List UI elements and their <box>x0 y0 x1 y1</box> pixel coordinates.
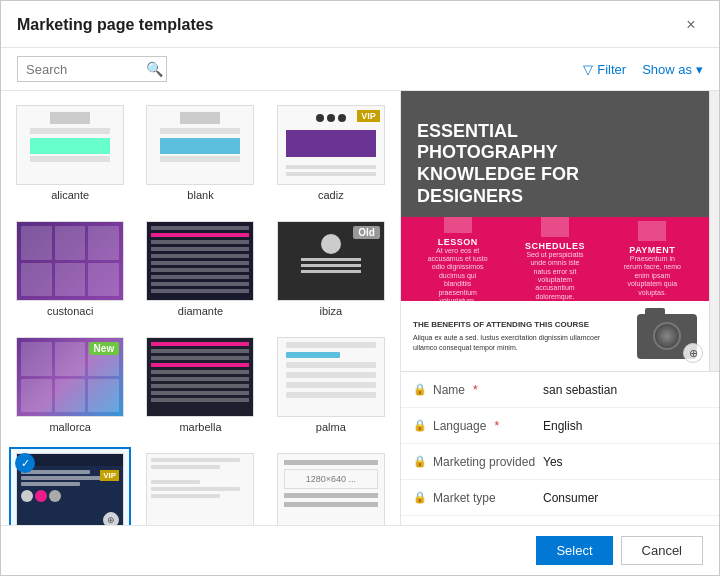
detail-label-language: 🔒 Language * <box>413 419 543 433</box>
template-item-blank[interactable]: blank <box>139 99 261 207</box>
required-star: * <box>473 383 478 397</box>
ibiza-avatar <box>321 234 341 254</box>
search-box: 🔍 <box>17 56 167 82</box>
struct-bar <box>284 493 378 498</box>
template-name-mallorca: mallorca <box>49 421 91 433</box>
payment-desc: Praesentum in rerum facre, nemo enim ips… <box>622 255 682 297</box>
payment-label: PAYMENT <box>622 245 682 255</box>
grid-sq <box>21 379 52 413</box>
template-item-ibiza[interactable]: Old ibiza <box>270 215 392 323</box>
dark-row <box>151 370 249 374</box>
search-input[interactable] <box>26 62 146 77</box>
thumb-line <box>160 128 240 134</box>
selected-check-icon: ✓ <box>15 453 35 473</box>
dark-row-highlight <box>151 342 249 346</box>
preview-mid-block-lesson: LESSON At vero eos et accusamus et iusto… <box>428 213 488 306</box>
ss-line <box>21 482 80 486</box>
template-thumb-palma <box>277 337 385 417</box>
template-thumb-struct1: 1280×640 ... <box>277 453 385 525</box>
badge-vip: VIP <box>100 470 119 481</box>
label-language-text: Language <box>433 419 486 433</box>
camera-top <box>645 308 665 316</box>
ss-avatar <box>49 490 61 502</box>
thumb-logo <box>180 112 220 124</box>
template-item-alicante[interactable]: alicante <box>9 99 131 207</box>
grid-sq <box>55 263 86 297</box>
preview-scrollbar[interactable] <box>709 91 719 371</box>
dot <box>316 114 324 122</box>
detail-value-market-type: Consumer <box>543 491 598 505</box>
template-thumb-cadiz: VIP <box>277 105 385 185</box>
template-thumb-sitges <box>146 453 254 525</box>
detail-row-name: 🔒 Name * san sebastian <box>401 372 719 408</box>
custonaci-grid <box>17 222 123 300</box>
ss-avatars <box>21 490 119 502</box>
dark-row <box>151 275 249 279</box>
details-panel: 🔒 Name * san sebastian 🔒 Language * Engl… <box>401 371 719 525</box>
lock-icon: 🔒 <box>413 491 427 504</box>
sitges-bar <box>151 494 220 498</box>
marbella-rows <box>147 338 253 409</box>
detail-label-market-type: 🔒 Market type <box>413 491 543 505</box>
grid-sq <box>21 263 52 297</box>
grid-sq <box>55 226 86 260</box>
template-item-sitges[interactable]: sitges <box>139 447 261 525</box>
heading-line1: ESSENTIAL <box>417 121 693 143</box>
dark-row <box>151 398 249 402</box>
diamante-rows <box>147 222 253 300</box>
cadiz-lines <box>282 161 380 180</box>
template-item-struct1[interactable]: 1280×640 ... struct-1 <box>270 447 392 525</box>
dot <box>327 114 335 122</box>
select-button[interactable]: Select <box>536 536 612 565</box>
badge-old: Old <box>353 226 380 239</box>
lock-icon: 🔒 <box>413 419 427 432</box>
detail-value-name: san sebastian <box>543 383 617 397</box>
grid-sq <box>88 263 119 297</box>
template-item-palma[interactable]: palma <box>270 331 392 439</box>
bottom-heading: THE BENEFITS OF ATTENDING THIS COURSE <box>413 319 625 330</box>
grid-sq <box>88 379 119 413</box>
dialog-body: alicante blank VIP <box>1 91 719 525</box>
close-button[interactable]: × <box>679 13 703 37</box>
schedules-label: SCHEDULES <box>525 241 585 251</box>
preview-bottom-text: THE BENEFITS OF ATTENDING THIS COURSE Al… <box>413 319 625 353</box>
template-item-marbella[interactable]: marbella <box>139 331 261 439</box>
filter-button[interactable]: ▽ Filter <box>583 62 626 77</box>
template-name-diamante: diamante <box>178 305 223 317</box>
dark-row <box>151 377 249 381</box>
sitges-num <box>151 472 249 480</box>
dark-row <box>151 349 249 353</box>
dark-row <box>151 268 249 272</box>
template-item-mallorca[interactable]: New mallorca <box>9 331 131 439</box>
preview-panel: ESSENTIAL PHOTOGRAPHY KNOWLEDGE FOR DESI… <box>401 91 719 525</box>
heading-line3: KNOWLEDGE FOR <box>417 164 693 186</box>
template-item-diamante[interactable]: diamante <box>139 215 261 323</box>
template-item-san-sebastian[interactable]: ✓ <box>9 447 131 525</box>
payment-icon <box>638 221 666 241</box>
detail-row-optimized: 🔒 Optimized for Mobile <box>401 516 719 525</box>
palma-bar-accent <box>286 352 340 358</box>
palma-bars <box>278 338 384 406</box>
preview-image: ESSENTIAL PHOTOGRAPHY KNOWLEDGE FOR DESI… <box>401 91 719 371</box>
dot <box>338 114 346 122</box>
template-item-custonaci[interactable]: custonaci <box>9 215 131 323</box>
template-name-palma: palma <box>316 421 346 433</box>
cancel-button[interactable]: Cancel <box>621 536 703 565</box>
struct-inner: 1280×640 ... <box>278 454 384 517</box>
template-thumb-diamante <box>146 221 254 301</box>
dark-row <box>151 356 249 360</box>
template-item-cadiz[interactable]: VIP cadiz <box>270 99 392 207</box>
palma-bar <box>286 392 376 398</box>
preview-zoom-icon[interactable]: ⊕ <box>683 343 703 363</box>
sitges-bar <box>151 487 239 491</box>
dark-row <box>151 391 249 395</box>
search-icon: 🔍 <box>146 61 163 77</box>
template-name-alicante: alicante <box>51 189 89 201</box>
badge-new: New <box>89 342 120 355</box>
show-as-button[interactable]: Show as ▾ <box>642 62 703 77</box>
detail-row-market-type: 🔒 Market type Consumer <box>401 480 719 516</box>
template-thumb-custonaci <box>16 221 124 301</box>
thumb-band <box>160 138 240 154</box>
toolbar-right: ▽ Filter Show as ▾ <box>583 62 703 77</box>
sitges-bar <box>151 458 239 462</box>
